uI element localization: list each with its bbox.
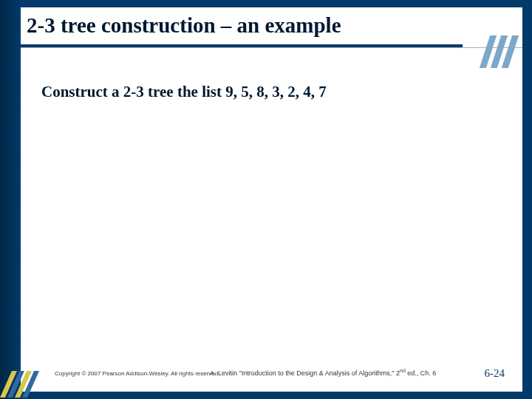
page-number: 6-24 bbox=[485, 367, 505, 380]
attribution-text: A. Levitin "Introduction to the Design &… bbox=[210, 368, 436, 377]
slide-body-text: Construct a 2-3 tree the list 9, 5, 8, 3… bbox=[41, 83, 327, 101]
footer-decor-stripes bbox=[6, 371, 33, 398]
slide-footer: Copyright © 2007 Pearson Addison-Wesley.… bbox=[21, 371, 522, 387]
attribution-sup: nd bbox=[400, 368, 406, 373]
attribution-prefix: A. Levitin "Introduction to the Design &… bbox=[210, 369, 400, 377]
slide-content-area: 2-3 tree construction – an example Const… bbox=[21, 7, 522, 392]
attribution-suffix: ed., Ch. 6 bbox=[406, 369, 437, 377]
slide-background: 2-3 tree construction – an example Const… bbox=[0, 0, 532, 399]
title-underline-thin bbox=[21, 47, 522, 48]
left-edge-shadow bbox=[0, 0, 21, 399]
title-decor-stripes bbox=[485, 35, 514, 68]
slide-title: 2-3 tree construction – an example bbox=[27, 13, 341, 38]
copyright-text: Copyright © 2007 Pearson Addison-Wesley.… bbox=[55, 370, 220, 377]
